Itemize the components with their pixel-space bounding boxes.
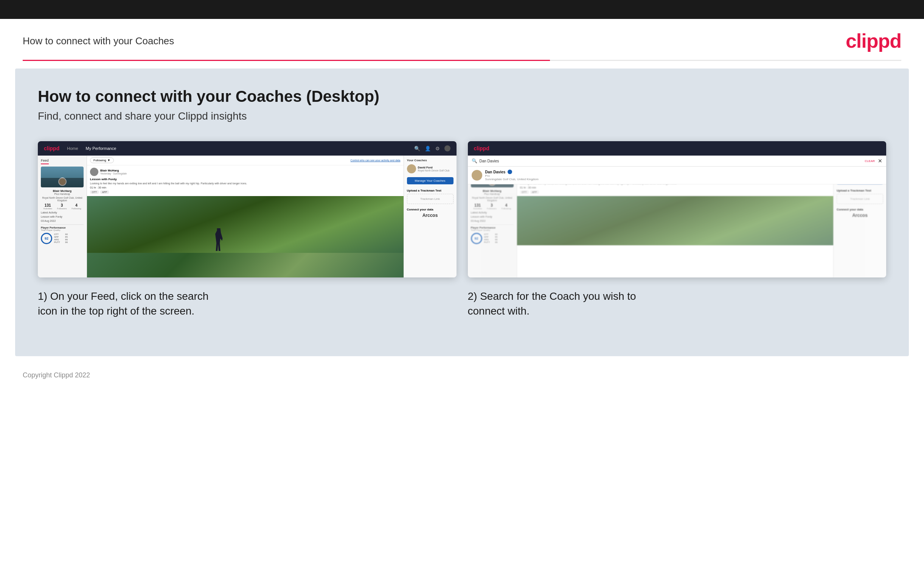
upload-title: Upload a Trackman Test [407, 189, 453, 192]
golfer-silhouette [214, 228, 225, 251]
copyright-text: Copyright Clippd 2022 [23, 371, 90, 379]
nav-my-performance[interactable]: My Performance [86, 146, 117, 151]
footer: Copyright Clippd 2022 [0, 364, 924, 387]
top-bar [0, 0, 924, 19]
clippd-logo: clippd [846, 29, 901, 52]
result-dan-avatar [472, 170, 482, 180]
search-overlay-nav: clippd [468, 141, 887, 156]
bar-putt: PUTT 96 [54, 241, 68, 244]
following-btn-label: Following [94, 159, 106, 162]
search-input-display[interactable]: Dan Davies [480, 159, 865, 163]
bar-arg: ARG 86 [54, 239, 68, 241]
latest-activity-lesson: Lesson with Fordy [41, 215, 84, 218]
app-logo-1: clippd [44, 145, 59, 151]
feed-photo-row [87, 196, 404, 278]
result-dan-sub2: Sunningdale Golf Club, United Kingdom [485, 177, 539, 181]
bar-ott: OTT 90 [54, 233, 68, 235]
upload-trackman-section: Upload a Trackman Test Trackman Link [407, 189, 453, 204]
section-title: How to connect with your Coaches (Deskto… [38, 88, 886, 106]
control-link[interactable]: Control who can see your activity and da… [351, 159, 401, 162]
stat-followers-num: 3 [57, 203, 67, 208]
result-dan-name: Dan Davies [485, 170, 506, 174]
lesson-title: Lesson with Fordy [90, 177, 401, 181]
lesson-text: Looking to feel like my hands are exitin… [90, 182, 401, 185]
connect-data-section: Connect your data Arccos [407, 208, 453, 218]
result-dan-sub1: Pro [485, 174, 539, 177]
app-body-1: Feed Blair McHarg Plus Handicap Royal No… [38, 156, 456, 278]
coach-club: Royal North Devon Golf Club [418, 169, 450, 172]
result-dan-info: Dan Davies Pro Sunningdale Golf Club, Un… [485, 170, 539, 181]
lesson-user-sub: Yesterday · Sunningdale [100, 172, 127, 175]
profile-cover-image [41, 167, 84, 187]
lesson-tag-app: APP [100, 190, 109, 194]
page-title: How to connect with your Coaches [23, 35, 174, 47]
screenshots-row: clippd Home My Performance 🔍 👤 ⚙ Feed [38, 141, 886, 318]
lesson-user-name: Blair McHarg [100, 169, 127, 172]
app-nav-1: clippd Home My Performance 🔍 👤 ⚙ [38, 141, 456, 156]
lesson-avatar [90, 168, 98, 176]
lesson-tags: OTT APP [90, 190, 401, 194]
nav-home[interactable]: Home [67, 146, 78, 151]
stat-following-label: Following [71, 208, 81, 210]
feed-tab[interactable]: Feed [41, 159, 49, 164]
close-search-button[interactable]: ✕ [878, 158, 882, 164]
lesson-duration: 01 hr : 30 min [90, 186, 401, 189]
coach-name: David Ford [418, 166, 450, 169]
trackman-placeholder: Trackman Link [420, 197, 440, 201]
caption-1: 1) On your Feed, click on the search ico… [38, 289, 456, 318]
verified-badge-icon [508, 170, 512, 174]
stat-activities-num: 131 [43, 203, 52, 208]
coach-card: David Ford Royal North Devon Golf Club [407, 164, 453, 174]
search-overlay: clippd 🔍 Dan Davies CLEAR ✕ [468, 141, 887, 184]
screenshot-1-block: clippd Home My Performance 🔍 👤 ⚙ Feed [38, 141, 456, 318]
search-bar[interactable]: 🔍 Dan Davies CLEAR ✕ [468, 156, 887, 167]
chevron-down-icon: ▼ [107, 159, 110, 162]
stat-activities: 131 Activities [43, 203, 52, 210]
header: How to connect with your Coaches clippd [0, 19, 924, 60]
latest-activity-label: Latest Activity [41, 211, 84, 214]
trackman-box: Trackman Link [407, 194, 453, 204]
coaches-title: Your Coaches [407, 159, 453, 162]
header-divider [23, 60, 901, 61]
lesson-user-row: Blair McHarg Yesterday · Sunningdale [90, 168, 401, 176]
section-subtitle: Find, connect and share your Clippd insi… [38, 110, 886, 122]
manage-coaches-button[interactable]: Manage Your Coaches [407, 177, 453, 184]
stat-followers-label: Followers [57, 208, 67, 210]
app-right-panel-1: Your Coaches David Ford Royal North Devo… [404, 156, 456, 278]
caption-1-text: 1) On your Feed, click on the search ico… [38, 290, 209, 317]
stat-followers: 3 Followers [57, 203, 67, 210]
connect-title: Connect your data [407, 208, 453, 211]
lesson-tag-ott: OTT [90, 190, 99, 194]
profile-club-1: Royal North Devon Golf Club, United King… [41, 196, 84, 202]
stats-row-1: 131 Activities 3 Followers 4 Following [41, 203, 84, 210]
lesson-card: Blair McHarg Yesterday · Sunningdale Les… [87, 166, 404, 196]
profile-handicap-1: Plus Handicap [41, 193, 84, 195]
avatar-nav-icon[interactable] [444, 145, 450, 151]
lesson-user-info: Blair McHarg Yesterday · Sunningdale [100, 169, 127, 175]
following-button[interactable]: Following ▼ [90, 157, 114, 163]
player-performance-section: Player Performance Total Player Quality … [41, 224, 84, 246]
nav-icons: 🔍 👤 ⚙ [414, 145, 450, 151]
screenshot-2-block: clippd Home My Performance 🔍 👤 ⚙ Feed [468, 141, 887, 318]
search-result-dan-davies[interactable]: Dan Davies Pro Sunningdale Golf Club, Un… [468, 167, 887, 184]
middle-content: Following ▼ Control who can see your act… [87, 156, 404, 278]
perf-score-circle: 92 [41, 233, 52, 244]
settings-nav-icon[interactable]: ⚙ [435, 146, 440, 151]
caption-2: 2) Search for the Coach you wish to conn… [468, 289, 887, 318]
profile-nav-icon[interactable]: 👤 [425, 146, 431, 151]
profile-avatar-small [58, 177, 66, 186]
following-bar: Following ▼ Control who can see your act… [87, 156, 404, 166]
perf-title-1: Player Performance [41, 226, 84, 229]
app-left-panel-1: Feed Blair McHarg Plus Handicap Royal No… [38, 156, 87, 278]
search-nav-icon[interactable]: 🔍 [414, 146, 420, 151]
clear-button[interactable]: CLEAR [865, 159, 875, 163]
coach-info: David Ford Royal North Devon Golf Club [418, 166, 450, 172]
perf-bars: OTT 90 APP 85 [54, 233, 68, 244]
arccos-logo: Arccos [407, 213, 453, 218]
bar-app: APP 85 [54, 236, 68, 238]
coach-avatar [407, 164, 416, 174]
screenshot-2-frame: clippd Home My Performance 🔍 👤 ⚙ Feed [468, 141, 887, 278]
search-bar-icon: 🔍 [472, 158, 477, 164]
screenshot-1-frame: clippd Home My Performance 🔍 👤 ⚙ Feed [38, 141, 456, 278]
main-content: How to connect with your Coaches (Deskto… [15, 68, 909, 356]
